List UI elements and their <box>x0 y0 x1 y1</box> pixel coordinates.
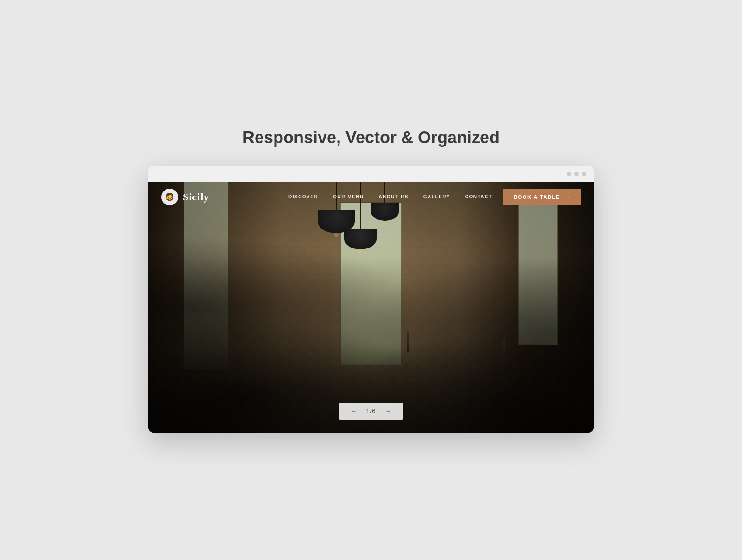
hero-pagination: ← 1/6 → <box>339 403 403 420</box>
nav-link-about-us[interactable]: ABOUT US <box>379 194 409 199</box>
browser-dots <box>567 172 586 176</box>
hero-scene <box>148 182 594 433</box>
nav-links: DISCOVER OUR MENU ABOUT US GALLERY CONTA… <box>288 194 492 199</box>
browser-dot-1 <box>567 172 571 176</box>
book-table-arrow-icon: → <box>565 194 571 200</box>
website-hero: 🧔 Sicily DISCOVER OUR MENU ABOUT US GALL… <box>148 182 594 433</box>
pagination-prev-button[interactable]: ← <box>350 407 357 415</box>
nav-link-gallery[interactable]: GALLERY <box>423 194 450 199</box>
nav-link-contact[interactable]: CONTACT <box>465 194 493 199</box>
logo-icon: 🧔 <box>161 189 178 205</box>
browser-dot-3 <box>582 172 586 176</box>
book-table-label: BOOK A TABLE <box>513 194 560 200</box>
browser-chrome <box>148 166 594 182</box>
depth-overlay <box>148 182 594 433</box>
pagination-current: 1/6 <box>366 407 376 414</box>
nav-logo: 🧔 Sicily <box>161 189 209 205</box>
browser-window: 🧔 Sicily DISCOVER OUR MENU ABOUT US GALL… <box>148 166 594 433</box>
book-table-button[interactable]: BOOK A TABLE → <box>503 189 581 205</box>
page-headline: Responsive, Vector & Organized <box>243 128 499 147</box>
navigation-bar: 🧔 Sicily DISCOVER OUR MENU ABOUT US GALL… <box>148 182 594 212</box>
mustache-icon: 🧔 <box>165 192 174 201</box>
browser-dot-2 <box>574 172 579 176</box>
pagination-next-button[interactable]: → <box>385 407 392 415</box>
logo-text: Sicily <box>183 191 209 203</box>
nav-link-discover[interactable]: DISCOVER <box>288 194 318 199</box>
nav-link-our-menu[interactable]: OUR MENU <box>333 194 364 199</box>
